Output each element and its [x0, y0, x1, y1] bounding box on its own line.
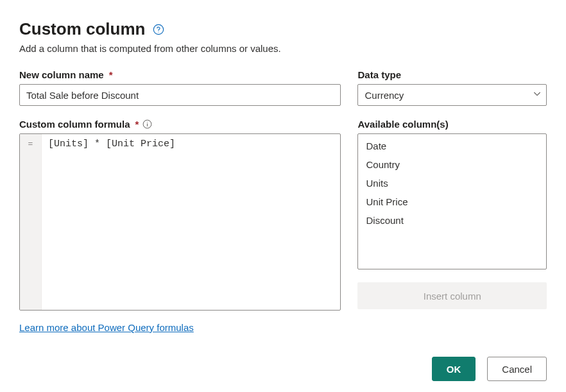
list-item[interactable]: Date: [358, 137, 546, 155]
list-item[interactable]: Unit Price: [358, 192, 546, 211]
svg-point-4: [147, 122, 148, 123]
required-indicator: *: [135, 119, 139, 130]
formula-gutter: =: [20, 134, 42, 310]
dialog-title: Custom column: [19, 19, 145, 39]
required-indicator: *: [109, 69, 113, 80]
info-icon[interactable]: [142, 119, 152, 129]
help-icon[interactable]: [153, 24, 164, 35]
formula-editor[interactable]: = [Units] * [Unit Price]: [19, 133, 341, 311]
new-column-name-input[interactable]: [19, 84, 341, 106]
formula-label: Custom column formula: [19, 119, 130, 130]
ok-button[interactable]: OK: [432, 357, 476, 381]
available-columns-list[interactable]: Date Country Units Unit Price Discount: [357, 133, 547, 269]
list-item[interactable]: Units: [358, 174, 546, 192]
dialog-subtitle: Add a column that is computed from other…: [19, 43, 547, 54]
svg-point-1: [159, 31, 159, 32]
list-item[interactable]: Discount: [358, 211, 546, 230]
available-columns-label: Available column(s): [357, 119, 448, 130]
learn-more-link[interactable]: Learn more about Power Query formulas: [19, 322, 194, 333]
cancel-button[interactable]: Cancel: [487, 357, 547, 381]
formula-text[interactable]: [Units] * [Unit Price]: [42, 134, 340, 310]
list-item[interactable]: Country: [358, 155, 546, 174]
new-column-name-label: New column name: [19, 69, 104, 80]
data-type-select[interactable]: Currency: [357, 84, 547, 106]
data-type-label: Data type: [357, 69, 401, 80]
insert-column-button[interactable]: Insert column: [357, 282, 547, 309]
